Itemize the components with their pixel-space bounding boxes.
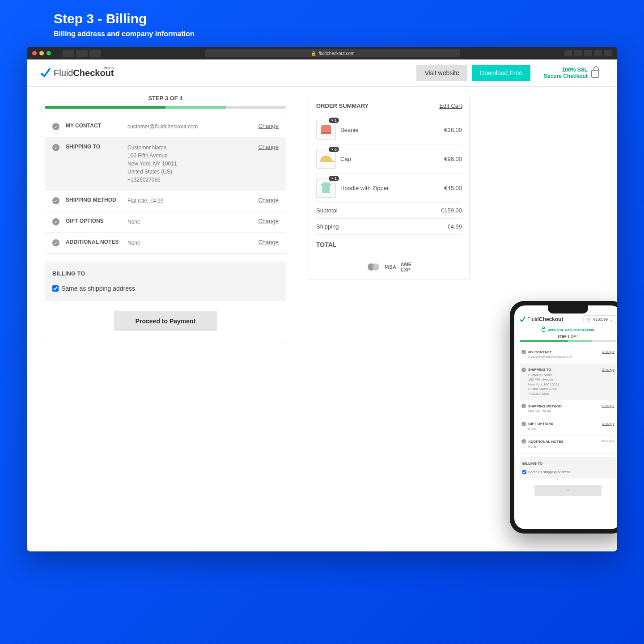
browser-action[interactable] <box>604 50 612 56</box>
url-text: fluidcheckout.com <box>318 51 354 56</box>
cart-item: × 1 Hoodie with Zipper €45.00 <box>316 174 462 203</box>
phone-change-link[interactable]: Change <box>602 350 614 354</box>
lock-icon <box>542 328 545 332</box>
visa-icon: VISA <box>385 264 396 270</box>
step-value: None. <box>127 239 244 247</box>
step-value: Flat rate: €4.99 <box>127 197 244 205</box>
url-bar[interactable]: 🔒 fluidcheckout.com <box>205 49 460 57</box>
cart-item-name: Hoodie with Zipper <box>340 185 440 191</box>
page-title: Step 3 - Billing <box>54 11 617 26</box>
visit-website-button[interactable]: Visit website <box>416 65 467 81</box>
subtotal-label: Subtotal <box>316 207 338 214</box>
phone-step-method: ✓SHIPPING METHOD Change Flat rate: €4.99 <box>520 400 616 418</box>
beanie-icon <box>321 125 331 134</box>
lock-icon <box>591 70 599 78</box>
cart-item-price: €96.00 <box>444 156 462 162</box>
logo[interactable]: FluidCheckout demo <box>40 68 114 78</box>
phone-change-link[interactable]: Change <box>602 439 614 443</box>
phone-cart-pill[interactable]: 🛒 €163.99 ⌄ <box>583 315 616 323</box>
billing-title: BILLING TO <box>52 270 279 277</box>
phone-change-link[interactable]: Change <box>602 422 614 426</box>
step-label: SHIPPING TO <box>66 144 124 150</box>
check-icon: ✓ <box>521 350 526 354</box>
check-icon: ✓ <box>521 422 526 426</box>
cart-qty-badge: × 1 <box>329 118 339 123</box>
shipping-value: €4.99 <box>447 223 462 230</box>
cap-icon <box>320 156 332 162</box>
browser-action[interactable] <box>584 50 592 56</box>
step-value: None. <box>127 218 244 226</box>
total-label: TOTAL <box>316 241 336 248</box>
window-close-icon[interactable] <box>32 51 37 55</box>
check-icon: ✓ <box>52 144 59 151</box>
step-shipping-to: ✓ SHIPPING TO Customer Name100 Fifth Ave… <box>45 137 286 191</box>
window-maximize-icon[interactable] <box>47 51 51 55</box>
check-icon: ✓ <box>52 239 59 246</box>
same-as-shipping-input[interactable] <box>52 285 59 292</box>
order-summary-title: ORDER SUMMARY <box>316 102 369 109</box>
completed-steps-panel: ✓ MY CONTACT customer@fluidcheckout.com … <box>45 116 286 254</box>
logo-demo-tag: demo <box>104 66 114 70</box>
step-my-contact: ✓ MY CONTACT customer@fluidcheckout.com … <box>45 116 286 137</box>
phone-secure-badge: 100% SSL Secure Checkout <box>520 328 616 332</box>
check-icon: ✓ <box>52 218 59 225</box>
step-value: customer@fluidcheckout.com <box>127 123 244 131</box>
check-icon: ✓ <box>521 368 526 372</box>
check-icon: ✓ <box>52 197 59 204</box>
logo-icon <box>40 68 51 77</box>
step-label: SHIPPING METHOD <box>66 197 124 203</box>
phone-same-as-shipping[interactable]: Same as shipping address <box>522 470 614 474</box>
same-as-shipping-checkbox[interactable]: Same as shipping address <box>52 285 279 292</box>
phone-change-link[interactable]: Change <box>602 404 614 408</box>
secure-checkout-badge: 100% SSL Secure Checkout <box>544 67 599 80</box>
lock-icon: 🔒 <box>311 51 316 56</box>
download-free-button[interactable]: Download Free <box>472 65 530 81</box>
browser-tab[interactable] <box>89 50 101 57</box>
shipping-label: Shipping <box>316 223 339 230</box>
phone-step-indicator: STEP 3 OF 4 <box>520 335 616 339</box>
phone-logo: FluidCheckout <box>520 316 564 322</box>
browser-tab[interactable] <box>76 50 88 57</box>
change-shipping-link[interactable]: Change <box>247 144 279 150</box>
order-summary-panel: ORDER SUMMARY Edit Cart × 1 Beanie €18.0… <box>309 95 470 280</box>
phone-step-shipping: ✓SHIPPING TO Change Customer Name100 Fif… <box>520 364 616 401</box>
cart-qty-badge: × 1 <box>329 176 339 181</box>
edit-cart-link[interactable]: Edit Cart <box>439 102 462 109</box>
browser-action[interactable] <box>574 50 582 56</box>
cart-item-name: Beanie <box>340 127 440 133</box>
check-icon: ✓ <box>521 404 526 408</box>
step-additional-notes: ✓ ADDITIONAL NOTES None. Change <box>45 233 286 253</box>
cart-item: × 1 Beanie €18.00 <box>316 115 462 144</box>
step-gift-options: ✓ GIFT OPTIONS None. Change <box>45 212 286 233</box>
change-notes-link[interactable]: Change <box>247 239 279 246</box>
browser-window: 🔒 fluidcheckout.com FluidCheckout demo V… <box>27 47 617 551</box>
proceed-to-payment-button[interactable]: Proceed to Payment <box>114 311 217 331</box>
phone-mockup: FluidCheckout 🛒 €163.99 ⌄ 100% SSL Secur… <box>510 301 617 534</box>
browser-action[interactable] <box>594 50 602 56</box>
progress-bar <box>45 106 286 109</box>
secure-line1: 100% SSL <box>544 67 588 73</box>
change-contact-link[interactable]: Change <box>247 123 279 129</box>
subtotal-value: €159.00 <box>441 207 462 214</box>
phone-change-link[interactable]: Change <box>602 368 614 372</box>
step-label: ADDITIONAL NOTES <box>66 239 124 245</box>
change-method-link[interactable]: Change <box>247 197 279 203</box>
hoodie-icon <box>321 182 331 193</box>
same-as-shipping-label: Same as shipping address <box>61 285 135 292</box>
browser-tab[interactable] <box>63 50 74 57</box>
billing-panel: BILLING TO Same as shipping address <box>45 262 286 301</box>
window-minimize-icon[interactable] <box>39 51 44 55</box>
phone-cart-total: €163.99 <box>593 317 608 322</box>
step-value: Customer Name100 Fifth AvenueNew York, N… <box>127 144 244 184</box>
phone-proceed-button[interactable]: ··· <box>534 485 602 496</box>
logo-text-prefix: Fluid <box>54 68 73 78</box>
browser-action[interactable] <box>564 50 572 56</box>
step-indicator: STEP 3 OF 4 <box>45 95 286 102</box>
change-gift-link[interactable]: Change <box>247 218 279 225</box>
cart-qty-badge: × 6 <box>329 147 339 152</box>
payment-methods: VISA AMEEXP <box>316 262 462 272</box>
cart-item-price: €45.00 <box>444 185 462 191</box>
phone-progress-bar <box>520 340 616 342</box>
phone-step-contact: ✓MY CONTACT Change customer@fluidcheckou… <box>520 346 616 364</box>
mastercard-icon <box>367 263 380 271</box>
